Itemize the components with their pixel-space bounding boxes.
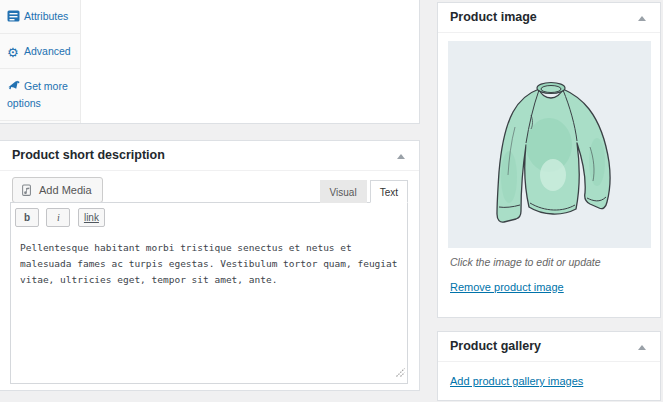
megaphone-icon: [7, 80, 20, 92]
tab-visual[interactable]: Visual: [320, 180, 367, 203]
add-media-button[interactable]: Add Media: [12, 177, 103, 203]
short-description-textarea[interactable]: Pellentesque habitant morbi tristique se…: [11, 231, 407, 383]
tab-text[interactable]: Text: [370, 180, 408, 203]
panel-title[interactable]: Product short description: [0, 141, 419, 171]
bold-button[interactable]: b: [15, 208, 39, 227]
collapse-arrow-icon[interactable]: [634, 3, 650, 33]
add-gallery-images-link[interactable]: Add product gallery images: [450, 375, 583, 387]
media-icon: [21, 184, 34, 197]
product-data-panel: Attributes Advanced Get more options: [0, 0, 420, 124]
sidebar-item-get-more-options[interactable]: Get more options: [0, 69, 80, 121]
product-gallery-title: Product gallery: [450, 339, 541, 353]
product-image-panel: Product image Click the i: [437, 2, 661, 318]
quicktags-toolbar: b i link: [11, 203, 407, 231]
collapse-arrow-icon[interactable]: [634, 332, 650, 362]
sidebar-item-attributes[interactable]: Attributes: [0, 0, 80, 34]
short-description-panel: Product short description Add Media Visu…: [0, 140, 420, 391]
italic-button[interactable]: i: [46, 208, 70, 227]
image-help-text: Click the image to edit or update: [450, 256, 601, 268]
product-image-thumbnail[interactable]: [448, 41, 651, 248]
sidebar-item-advanced[interactable]: Advanced: [0, 34, 80, 69]
short-description-title: Product short description: [12, 148, 165, 162]
product-data-tab-content: [82, 0, 419, 123]
shirt-illustration: [475, 67, 625, 237]
product-data-tabs-sidebar: Attributes Advanced Get more options: [0, 0, 81, 123]
panel-title[interactable]: Product gallery: [438, 332, 660, 362]
attributes-icon: [7, 10, 20, 22]
editor-mode-tabs: Visual Text: [320, 180, 408, 203]
text-editor-container: b i link Pellentesque habitant morbi tri…: [10, 202, 408, 384]
panel-title[interactable]: Product image: [438, 3, 660, 33]
remove-product-image-link[interactable]: Remove product image: [450, 281, 564, 293]
collapse-arrow-icon[interactable]: [393, 141, 409, 171]
sidebar-item-label: Attributes: [24, 10, 68, 22]
sidebar-item-label: Advanced: [24, 45, 71, 57]
link-button[interactable]: link: [78, 208, 105, 227]
resize-handle-icon[interactable]: [395, 363, 405, 381]
gear-icon: [7, 45, 20, 57]
add-media-label: Add Media: [39, 184, 92, 196]
product-image-title: Product image: [450, 10, 537, 24]
product-gallery-panel: Product gallery Add product gallery imag…: [437, 331, 661, 401]
